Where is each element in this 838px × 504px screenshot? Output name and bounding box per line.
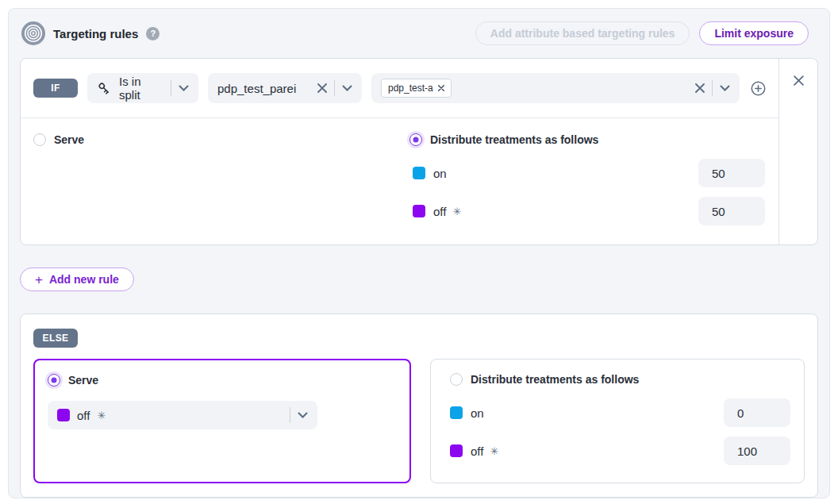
page-title: Targeting rules — [53, 27, 138, 40]
else-badge: ELSE — [33, 329, 78, 348]
treatment-on-swatch — [450, 406, 463, 419]
targeting-bullseye-icon — [21, 21, 45, 45]
plus-icon: + — [35, 273, 43, 287]
treatment-name: on — [471, 406, 484, 420]
clear-values-icon[interactable] — [695, 83, 705, 93]
treatment-off-swatch — [57, 409, 70, 421]
else-serve-box[interactable]: Serve off ✳ — [33, 359, 411, 483]
serve-radio[interactable] — [33, 133, 46, 146]
rule-serve-section: Serve Distribute treatments as follows o… — [21, 118, 778, 244]
distribute-option-label: Distribute treatments as follows — [430, 133, 598, 146]
chevron-down-icon[interactable] — [342, 85, 352, 91]
else-serve-label: Serve — [68, 374, 98, 387]
split-select[interactable]: pdp_test_parei — [208, 73, 362, 103]
else-serve-treatment-select[interactable]: off ✳ — [48, 401, 317, 429]
panel-header: Targeting rules ? Add attribute based ta… — [20, 21, 818, 45]
treatment-off-swatch — [450, 444, 463, 457]
else-serve-treatment-name: off — [77, 409, 90, 422]
add-new-rule-button[interactable]: + Add new rule — [20, 267, 134, 291]
chevron-down-icon[interactable] — [298, 412, 308, 418]
if-badge: IF — [33, 79, 78, 98]
targeting-rule-card: IF Is in split — [20, 58, 818, 245]
treatment-name: on — [433, 167, 447, 180]
chevron-down-icon[interactable] — [720, 85, 730, 91]
default-treatment-icon: ✳ — [97, 410, 106, 421]
else-serve-radio[interactable] — [48, 374, 60, 387]
treatment-row-off: off ✳ — [409, 197, 778, 225]
rule-condition-row: IF Is in split — [21, 59, 778, 118]
treatment-name: off — [433, 205, 446, 218]
add-attribute-rules-button[interactable]: Add attribute based targeting rules — [475, 21, 690, 45]
treatment-off-percent-input[interactable] — [698, 197, 765, 225]
default-rule-card: ELSE Serve off ✳ — [20, 314, 818, 498]
else-off-percent-input[interactable] — [724, 437, 790, 465]
split-select-value: pdp_test_parei — [217, 82, 310, 95]
remove-chip-icon[interactable] — [438, 85, 444, 91]
default-treatment-icon: ✳ — [490, 445, 498, 457]
matcher-type-value: Is in split — [119, 75, 163, 102]
help-icon[interactable]: ? — [146, 27, 160, 40]
limit-exposure-button[interactable]: Limit exposure — [699, 21, 809, 45]
add-condition-icon[interactable] — [751, 81, 766, 96]
rule-close-column — [778, 59, 817, 244]
else-on-percent-input[interactable] — [724, 398, 790, 427]
default-treatment-icon: ✳ — [452, 206, 461, 217]
serve-option-label: Serve — [54, 133, 84, 146]
treatment-on-percent-input[interactable] — [698, 159, 765, 187]
treatment-chip-label: pdp_test-a — [388, 83, 433, 94]
distribute-radio[interactable] — [409, 133, 422, 146]
treatment-row-on: on — [409, 159, 778, 187]
split-key-icon — [97, 81, 112, 96]
treatment-row-off: off ✳ — [450, 437, 785, 465]
treatment-chip: pdp_test-a — [381, 79, 452, 98]
add-new-rule-label: Add new rule — [49, 273, 119, 286]
else-distribute-label: Distribute treatments as follows — [471, 373, 639, 386]
treatment-off-swatch — [413, 205, 425, 217]
else-distribute-radio[interactable] — [450, 373, 463, 386]
chevron-down-icon[interactable] — [179, 85, 189, 91]
treatment-on-swatch — [413, 167, 425, 179]
clear-split-icon[interactable] — [317, 83, 327, 93]
delete-rule-icon[interactable] — [794, 74, 804, 87]
targeting-rules-panel: Targeting rules ? Add attribute based ta… — [8, 8, 830, 498]
treatment-name: off — [471, 444, 483, 458]
else-distribute-box[interactable]: Distribute treatments as follows on off … — [430, 359, 805, 483]
matcher-type-select[interactable]: Is in split — [87, 73, 198, 103]
split-treatment-multiselect[interactable]: pdp_test-a — [371, 73, 740, 103]
treatment-row-on: on — [450, 398, 785, 427]
